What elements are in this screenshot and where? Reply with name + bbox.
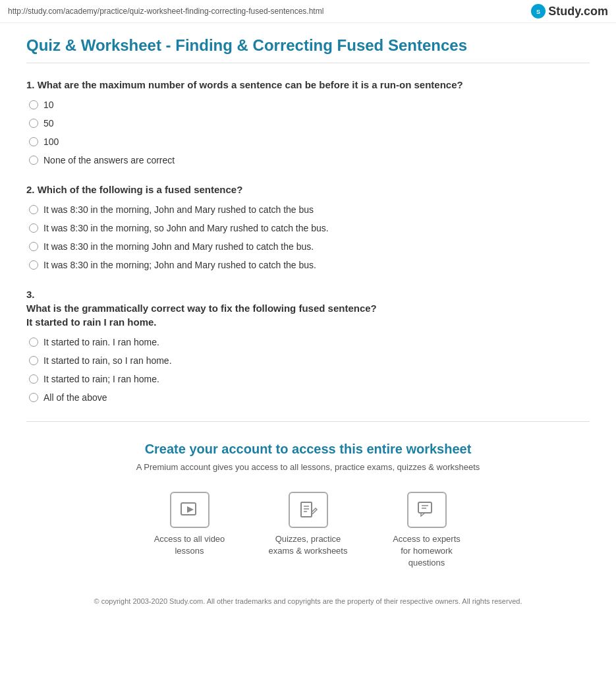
radio-1-4[interactable] bbox=[29, 156, 38, 165]
option-label-1-4: None of the answers are correct bbox=[43, 155, 175, 165]
radio-2-2[interactable] bbox=[29, 223, 38, 233]
radio-3-3[interactable] bbox=[29, 374, 38, 384]
radio-2-1[interactable] bbox=[29, 205, 38, 214]
option-label-3-3: It started to rain; I ran home. bbox=[43, 374, 159, 384]
option-label-2-2: It was 8:30 in the morning, so John and … bbox=[43, 223, 329, 233]
svg-rect-8 bbox=[418, 502, 432, 513]
footer-copyright: © copyright 2003-2020 Study.com. All oth… bbox=[40, 589, 576, 608]
option-label-3-1: It started to rain. I ran home. bbox=[43, 337, 159, 347]
option-label-1-3: 100 bbox=[43, 136, 59, 147]
option-2-2[interactable]: It was 8:30 in the morning, so John and … bbox=[26, 223, 590, 233]
video-icon-box bbox=[170, 492, 210, 528]
feature-quizzes: Quizzes, practice exams & worksheets bbox=[269, 492, 348, 570]
chat-icon bbox=[417, 500, 437, 520]
option-label-1-2: 50 bbox=[43, 118, 54, 129]
option-3-4[interactable]: All of the above bbox=[26, 392, 590, 403]
feature-video: Access to all video lessons bbox=[150, 492, 229, 570]
feature-experts-label: Access to experts for homework questions bbox=[387, 533, 466, 570]
url-display: http://study.com/academy/practice/quiz-w… bbox=[8, 7, 323, 16]
radio-3-4[interactable] bbox=[29, 393, 38, 402]
question-3-subtext: What is the grammatically correct way to… bbox=[26, 303, 590, 314]
cta-subtitle: A Premium account gives you access to al… bbox=[40, 462, 576, 472]
option-label-2-1: It was 8:30 in the morning, John and Mar… bbox=[43, 204, 314, 215]
features-row: Access to all video lessons Quizzes, pra… bbox=[40, 492, 576, 570]
feature-experts: Access to experts for homework questions bbox=[387, 492, 466, 570]
question-2-text: 2. Which of the following is a fused sen… bbox=[26, 184, 590, 195]
feature-quizzes-label: Quizzes, practice exams & worksheets bbox=[269, 533, 348, 557]
option-2-4[interactable]: It was 8:30 in the morning; John and Mar… bbox=[26, 260, 590, 270]
option-2-1[interactable]: It was 8:30 in the morning, John and Mar… bbox=[26, 204, 590, 215]
chat-icon-box bbox=[407, 492, 447, 528]
logo-icon: S bbox=[531, 4, 546, 18]
option-label-3-4: All of the above bbox=[43, 392, 107, 403]
question-1: 1. What are the maximum number of words … bbox=[26, 79, 590, 165]
radio-1-1[interactable] bbox=[29, 100, 38, 109]
question-2: 2. Which of the following is a fused sen… bbox=[26, 184, 590, 270]
page-title: Quiz & Worksheet - Finding & Correcting … bbox=[26, 36, 590, 63]
svg-rect-4 bbox=[301, 502, 312, 517]
question-1-text: 1. What are the maximum number of words … bbox=[26, 79, 590, 90]
main-content: Quiz & Worksheet - Finding & Correcting … bbox=[0, 23, 616, 640]
option-label-2-4: It was 8:30 in the morning; John and Mar… bbox=[43, 260, 316, 270]
question-3-italic: It started to rain I ran home. bbox=[26, 316, 590, 328]
quiz-icon bbox=[298, 500, 318, 520]
option-1-4[interactable]: None of the answers are correct bbox=[26, 155, 590, 165]
option-2-3[interactable]: It was 8:30 in the morning John and Mary… bbox=[26, 241, 590, 252]
question-3-number: 3. bbox=[26, 289, 590, 300]
feature-video-label: Access to all video lessons bbox=[150, 533, 229, 557]
cta-title: Create your account to access this entir… bbox=[40, 442, 576, 457]
svg-text:S: S bbox=[536, 9, 540, 15]
radio-1-3[interactable] bbox=[29, 137, 38, 146]
radio-2-4[interactable] bbox=[29, 260, 38, 270]
logo-text: Study.com bbox=[548, 5, 608, 18]
option-1-3[interactable]: 100 bbox=[26, 136, 590, 147]
option-label-2-3: It was 8:30 in the morning John and Mary… bbox=[43, 241, 314, 252]
quiz-icon-box bbox=[289, 492, 328, 528]
logo-area: S Study.com bbox=[531, 4, 608, 18]
svg-marker-3 bbox=[187, 506, 194, 513]
option-3-2[interactable]: It started to rain, so I ran home. bbox=[26, 355, 590, 366]
top-bar: http://study.com/academy/practice/quiz-w… bbox=[0, 0, 616, 23]
radio-2-3[interactable] bbox=[29, 242, 38, 251]
option-3-3[interactable]: It started to rain; I ran home. bbox=[26, 374, 590, 384]
option-3-1[interactable]: It started to rain. I ran home. bbox=[26, 337, 590, 347]
question-3: 3. What is the grammatically correct way… bbox=[26, 289, 590, 403]
radio-1-2[interactable] bbox=[29, 119, 38, 128]
option-1-1[interactable]: 10 bbox=[26, 100, 590, 110]
radio-3-2[interactable] bbox=[29, 356, 38, 365]
radio-3-1[interactable] bbox=[29, 338, 38, 347]
option-label-1-1: 10 bbox=[43, 100, 54, 110]
cta-section: Create your account to access this entir… bbox=[26, 421, 590, 620]
option-1-2[interactable]: 50 bbox=[26, 118, 590, 129]
play-icon bbox=[180, 500, 200, 520]
option-label-3-2: It started to rain, so I ran home. bbox=[43, 355, 172, 366]
